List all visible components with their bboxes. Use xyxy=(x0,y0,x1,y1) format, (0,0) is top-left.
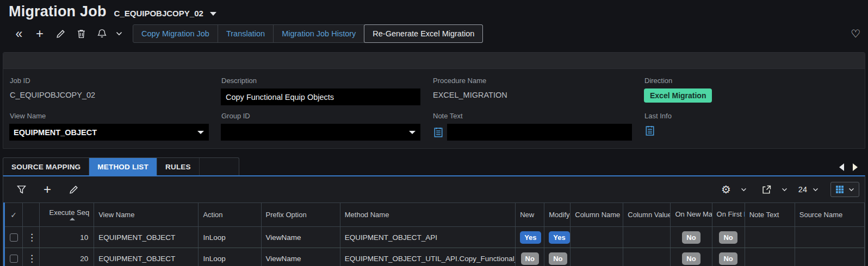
trash-icon xyxy=(77,29,85,39)
note-text-label: Note Text xyxy=(433,112,632,120)
row-menu-header xyxy=(23,203,40,227)
row-checkbox[interactable] xyxy=(10,255,18,263)
row-menu-kebab-icon[interactable]: ⋮ xyxy=(27,253,36,264)
page-size-value[interactable]: 24 xyxy=(798,185,807,194)
grid-settings-icon[interactable]: ⚙ xyxy=(717,181,735,198)
col-on-first-row[interactable]: On First Row xyxy=(712,203,745,227)
view-name-value: EQUIPMENT_OBJECT xyxy=(14,128,97,137)
job-form: Job ID C_EQUIPOBJCOPY_02 Description Pro… xyxy=(3,69,865,148)
row-checkbox[interactable] xyxy=(10,233,18,242)
chevron-down-icon xyxy=(813,188,819,192)
migration-job-history-button[interactable]: Migration Job History xyxy=(274,25,364,42)
translation-button[interactable]: Translation xyxy=(218,25,274,42)
cell-column-name xyxy=(571,227,623,248)
funnel-icon xyxy=(17,185,26,194)
copy-migration-job-button[interactable]: Copy Migration Job xyxy=(133,25,218,42)
view-name-label: View Name xyxy=(10,112,209,120)
cell-execute-seq: 20 xyxy=(40,248,94,266)
last-info-notepad-icon[interactable] xyxy=(644,124,656,137)
col-action[interactable]: Action xyxy=(199,203,261,227)
pencil-icon xyxy=(69,185,78,194)
grid-settings-chevron[interactable] xyxy=(739,188,749,192)
cell-prefix-option: ViewName xyxy=(261,227,340,248)
cell-view-name: EQUIPMENT_OBJECT xyxy=(94,248,199,266)
cell-action: InLoop xyxy=(199,248,261,266)
cell-prefix-option: ViewName xyxy=(261,248,340,266)
last-info-label: Last Info xyxy=(644,112,853,120)
table-row[interactable]: ⋮ 10 EQUIPMENT_OBJECT InLoop ViewName EQ… xyxy=(4,227,865,248)
col-on-new-master[interactable]: On New Master xyxy=(671,203,712,227)
cell-column-value xyxy=(623,248,671,266)
group-id-select[interactable] xyxy=(221,124,420,141)
field-procedure-name: Procedure Name EXCEL_MIGRATION xyxy=(432,73,644,105)
group-id-label: Group ID xyxy=(221,112,420,120)
note-text-notepad-icon[interactable] xyxy=(432,126,444,139)
cell-source-name xyxy=(795,248,864,266)
method-list-panel: + ⚙ 24 xyxy=(3,175,865,266)
job-id-value: C_EQUIPOBJCOPY_02 xyxy=(9,88,209,103)
page-title: Migration Job xyxy=(9,3,107,20)
procedure-name-label: Procedure Name xyxy=(433,77,632,85)
tab-method-list[interactable]: METHOD LIST xyxy=(89,158,157,175)
cell-view-name: EQUIPMENT_OBJECT xyxy=(94,227,199,248)
grid-toolbar: + ⚙ 24 xyxy=(3,176,865,202)
page-size-chevron[interactable] xyxy=(810,188,821,192)
tab-scroll-right-icon[interactable] xyxy=(853,163,858,172)
col-execute-seq[interactable]: Execute Seq xyxy=(40,203,94,227)
col-modify[interactable]: Modify xyxy=(544,203,571,227)
collapse-icon[interactable]: « xyxy=(9,26,29,42)
tab-source-mapping[interactable]: SOURCE MAPPING xyxy=(3,158,89,175)
chevron-down-icon xyxy=(741,188,747,192)
tab-strip: SOURCE MAPPING METHOD LIST RULES xyxy=(3,157,239,175)
on-new-master-badge: No xyxy=(682,231,700,244)
col-column-name[interactable]: Column Name xyxy=(571,203,623,227)
cell-source-name xyxy=(795,227,864,248)
export-icon[interactable] xyxy=(758,181,776,198)
table-row[interactable]: ⋮ 20 EQUIPMENT_OBJECT InLoop ViewName EQ… xyxy=(4,248,865,266)
col-note-text[interactable]: Note Text xyxy=(745,203,795,227)
view-name-select[interactable]: EQUIPMENT_OBJECT xyxy=(9,124,209,141)
detail-tabs: SOURCE MAPPING METHOD LIST RULES xyxy=(3,157,865,175)
export-chevron[interactable] xyxy=(779,188,790,192)
delete-icon[interactable] xyxy=(71,26,91,42)
col-method-name[interactable]: Method Name xyxy=(340,203,515,227)
cell-column-name xyxy=(571,248,623,266)
method-list-table: ✓ Execute Seq View Name Action Prefix Op… xyxy=(3,202,865,266)
on-first-row-badge: No xyxy=(719,252,737,265)
pencil-icon xyxy=(56,29,65,39)
description-input[interactable] xyxy=(221,88,420,105)
field-last-info: Last Info xyxy=(644,109,865,141)
col-prefix-option[interactable]: Prefix Option xyxy=(261,203,340,227)
grid-view-icon xyxy=(835,185,844,194)
record-id: C_EQUIPOBJCOPY_02 xyxy=(114,9,203,18)
record-selector[interactable]: C_EQUIPOBJCOPY_02 xyxy=(114,9,217,18)
field-direction: Direction Excel Migration xyxy=(644,73,865,105)
share-export-icon xyxy=(762,185,771,194)
notifications-icon[interactable] xyxy=(91,26,112,42)
col-new[interactable]: New xyxy=(516,203,544,227)
col-view-name[interactable]: View Name xyxy=(94,203,199,227)
regenerate-excel-migration-button[interactable]: Re-Generate Excel Migration xyxy=(364,24,483,43)
new-badge: No xyxy=(521,252,539,265)
chevron-down-icon xyxy=(210,12,216,16)
favorite-heart-icon[interactable]: ♡ xyxy=(851,27,860,40)
chevron-down-icon xyxy=(116,31,122,36)
notifications-chevron[interactable] xyxy=(112,26,126,42)
col-source-name[interactable]: Source Name xyxy=(795,203,864,227)
direction-label: Direction xyxy=(644,77,853,85)
action-button-group: Copy Migration Job Translation Migration… xyxy=(133,24,483,43)
select-all-checkmark-icon[interactable]: ✓ xyxy=(10,211,17,219)
view-selector-button[interactable] xyxy=(830,182,859,197)
add-icon[interactable]: + xyxy=(29,26,50,42)
filter-icon[interactable] xyxy=(12,181,30,198)
field-description: Description xyxy=(221,73,432,105)
edit-icon[interactable] xyxy=(50,26,71,42)
grid-add-icon[interactable]: + xyxy=(38,181,57,198)
cell-column-value xyxy=(623,227,671,248)
row-menu-kebab-icon[interactable]: ⋮ xyxy=(27,232,36,243)
grid-edit-icon[interactable] xyxy=(64,181,83,198)
tab-rules[interactable]: RULES xyxy=(157,158,200,175)
col-column-value[interactable]: Column Value xyxy=(623,203,671,227)
note-text-input[interactable] xyxy=(447,124,632,141)
tab-scroll-left-icon[interactable] xyxy=(839,163,844,172)
